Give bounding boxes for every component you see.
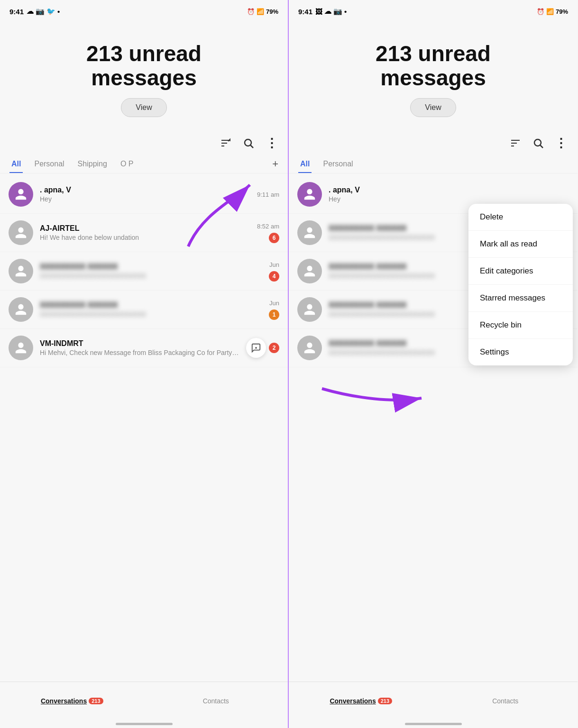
avatar-blur1-right [297, 220, 322, 245]
conv-preview-apna: Hey [40, 195, 250, 203]
conv-name-apna: . apna, V [40, 186, 250, 194]
more-icon[interactable]: ⋮ [264, 136, 278, 150]
home-bar-left [116, 723, 173, 725]
conv-content-vm: VM-INDMRT Hi Mehvi, Check new Message fr… [40, 339, 239, 356]
conv-meta-apna: 9:11 am [257, 191, 279, 198]
avatar-blur2-right [297, 259, 322, 283]
search-icon-right[interactable] [531, 136, 545, 150]
unread-banner-right: 213 unreadmessages View [289, 23, 578, 127]
conv-list-left: . apna, V Hey 9:11 am AJ-AIRTEL Hi! We h… [0, 175, 288, 682]
conv-name-airtel: AJ-AIRTEL [40, 224, 250, 233]
wifi-icon: 📶 [257, 8, 264, 15]
alarm-icon-right: ⏰ [537, 8, 544, 15]
sort-icon[interactable] [219, 136, 233, 150]
conv-time-airtel: 8:52 am [257, 223, 279, 230]
toolbar-right: ⋮ [289, 131, 578, 155]
conv-item-airtel[interactable]: AJ-AIRTEL Hi! We have done below undatio… [0, 214, 288, 252]
menu-edit-categories[interactable]: Edit categories [468, 258, 573, 285]
menu-starred-messages[interactable]: Starred messages [468, 285, 573, 312]
tab-personal-right[interactable]: Personal [321, 155, 355, 173]
nav-contacts-label-right: Contacts [492, 697, 518, 705]
svg-point-11 [534, 139, 541, 146]
conv-preview-airtel: Hi! We have done below undation [40, 234, 250, 241]
nav-contacts-right[interactable]: Contacts [433, 697, 578, 705]
conv-item-vm[interactable]: VM-INDMRT Hi Mehvi, Check new Message fr… [0, 329, 288, 367]
conv-time-blur2: Jun [269, 300, 279, 307]
nav-conv-label-right: Conversations [330, 697, 376, 705]
unread-count-right: 213 unreadmessages [376, 42, 491, 90]
bottom-nav-right: Conversations 213 Contacts [289, 682, 578, 719]
conv-content-blur1: XXXXXXXXX XXXXXX XXXXXXXXXXXXXXXXXXXXXXX… [40, 263, 262, 280]
tab-personal-left[interactable]: Personal [32, 155, 66, 173]
nav-conv-label-left: Conversations [41, 697, 87, 705]
twitter-icon: 🐦 [46, 7, 55, 16]
search-icon[interactable] [241, 136, 256, 150]
svg-line-4 [251, 146, 254, 148]
conv-item-blur1[interactable]: XXXXXXXXX XXXXXX XXXXXXXXXXXXXXXXXXXXXXX… [0, 252, 288, 291]
conv-badge-blur1: 4 [269, 271, 279, 282]
nav-conversations-right[interactable]: Conversations 213 [289, 697, 433, 705]
menu-mark-all-read[interactable]: Mark all as read [468, 231, 573, 258]
conv-badge-airtel: 6 [269, 233, 279, 243]
avatar-blur3-right [297, 297, 322, 322]
menu-settings[interactable]: Settings [468, 339, 573, 365]
time-left: 9:41 [9, 8, 24, 16]
nav-conv-badge-left: 213 [89, 698, 103, 704]
conv-meta-airtel: 8:52 am 6 [257, 223, 279, 243]
conv-time-blur1: Jun [269, 261, 279, 268]
conv-item-blur2[interactable]: XXXXXXXXX XXXXXX XXXXXXXXXXXXXXXXXXXXXXX… [0, 291, 288, 329]
conv-meta-vm: 2 [246, 338, 279, 358]
conv-name-vm: VM-INDMRT [40, 339, 239, 348]
status-icons-right: 🖼 ☁ 📷 • [315, 7, 347, 16]
conv-time-apna: 9:11 am [257, 191, 279, 198]
status-bar-left: 9:41 ☁ 📷 🐦 • ⏰ 📶 79% [0, 0, 288, 23]
tab-shipping-left[interactable]: Shipping [76, 155, 109, 173]
home-indicator-right [289, 719, 578, 728]
nav-contacts-left[interactable]: Contacts [144, 697, 288, 705]
status-bar-right: 9:41 🖼 ☁ 📷 • ⏰ 📶 79% [289, 0, 578, 23]
unread-banner-left: 213 unreadmessages View [0, 23, 288, 127]
status-time-right: 9:41 🖼 ☁ 📷 • [298, 7, 347, 16]
conv-content-blur2: XXXXXXXXX XXXXXX XXXXXXXXXXXXXXXXXXXXXXX… [40, 301, 262, 318]
sort-icon-right[interactable] [508, 136, 523, 150]
dropdown-menu: Delete Mark all as read Edit categories … [468, 204, 573, 365]
time-right: 9:41 [298, 8, 312, 16]
avatar-blur2 [9, 297, 33, 322]
wifi-icon-right: 📶 [546, 8, 554, 15]
photo-icon: 🖼 [315, 8, 322, 16]
status-time-left: 9:41 ☁ 📷 🐦 • [9, 7, 60, 16]
more-icon-right[interactable]: ⋮ [554, 136, 568, 150]
tab-op-left[interactable]: O P [119, 155, 136, 173]
conv-preview-apna-right: Hey [329, 195, 569, 203]
conv-content-apna: . apna, V Hey [40, 186, 250, 203]
left-panel: 9:41 ☁ 📷 🐦 • ⏰ 📶 79% 213 unreadmessages … [0, 0, 289, 728]
right-panel: 9:41 🖼 ☁ 📷 • ⏰ 📶 79% 213 unreadmessages … [289, 0, 578, 728]
menu-recycle-bin[interactable]: Recycle bin [468, 312, 573, 339]
conv-item-apna[interactable]: . apna, V Hey 9:11 am [0, 175, 288, 214]
conv-badge-blur2: 1 [269, 309, 279, 320]
svg-point-3 [245, 139, 251, 146]
bottom-nav-left: Conversations 213 Contacts [0, 682, 288, 719]
conv-content-airtel: AJ-AIRTEL Hi! We have done below undatio… [40, 224, 250, 241]
cloud-icon: ☁ [27, 7, 34, 16]
conv-meta-blur2: Jun 1 [269, 300, 279, 320]
home-bar-right [405, 723, 462, 725]
view-button-left[interactable]: View [121, 98, 166, 117]
avatar-apna [9, 182, 33, 207]
view-button-right[interactable]: View [410, 98, 456, 117]
nav-contacts-label-left: Contacts [203, 697, 229, 705]
cloud-icon-right: ☁ [324, 7, 331, 16]
menu-delete[interactable]: Delete [468, 204, 573, 231]
conv-badge-vm: 2 [269, 343, 279, 353]
alarm-icon: ⏰ [247, 8, 255, 15]
avatar-apna-right [297, 182, 322, 207]
tab-add-left[interactable]: + [272, 158, 278, 170]
tab-all-left[interactable]: All [9, 155, 23, 173]
toolbar-left: ⋮ [0, 131, 288, 155]
status-right-right: ⏰ 📶 79% [537, 8, 568, 15]
conv-action-btn[interactable] [246, 338, 266, 358]
tab-all-right[interactable]: All [298, 155, 312, 173]
category-tabs-right: All Personal [289, 155, 578, 173]
nav-conversations-left[interactable]: Conversations 213 [0, 697, 144, 705]
category-tabs-left: All Personal Shipping O P + [0, 155, 288, 173]
